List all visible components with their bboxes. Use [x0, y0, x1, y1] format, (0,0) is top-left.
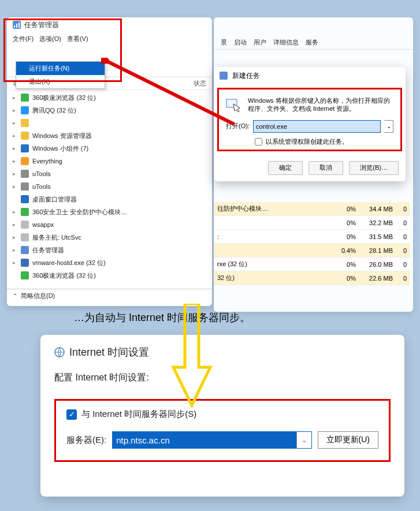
- server-row: 服务器(E): ⌄ 立即更新(U): [66, 431, 378, 449]
- open-dropdown-icon[interactable]: ⌄: [384, 120, 393, 133]
- tab-services-2[interactable]: 服务: [303, 36, 321, 49]
- internet-time-settings-dialog: Internet 时间设置 配置 Internet 时间设置: ✓ 与 Inte…: [40, 335, 404, 497]
- process-row[interactable]: ▸Everything: [7, 155, 212, 167]
- cell-cpu: 0%: [333, 275, 360, 282]
- table-row[interactable]: 0.4%28.1 MB0: [214, 244, 410, 258]
- svg-rect-4: [220, 72, 228, 80]
- process-row[interactable]: ▸360极速浏览器 (32 位): [7, 91, 212, 104]
- task-manager-title: 任务管理器: [24, 20, 59, 30]
- expand-icon[interactable]: ▸: [13, 247, 17, 253]
- open-field-row: 打开(O): ⌄: [226, 120, 393, 133]
- table-row[interactable]: 0%32.2 MB0: [214, 216, 410, 230]
- process-icon: [21, 246, 29, 254]
- table-row[interactable]: rxe (32 位)0%26.0 MB0: [214, 258, 410, 271]
- footer-brief-info[interactable]: 简略信息(D): [21, 292, 55, 300]
- sync-checkbox-label: 与 Internet 时间服务器同步(S): [81, 409, 196, 420]
- menu-item-exit[interactable]: 退出(X): [16, 75, 105, 88]
- process-row[interactable]: ▸Windows 小组件 (7): [7, 142, 212, 155]
- process-row[interactable]: 桌面窗口管理器: [7, 193, 212, 206]
- expand-icon[interactable]: ▸: [13, 107, 17, 113]
- menu-options[interactable]: 选项(O): [39, 35, 61, 43]
- process-row[interactable]: ▸Windows 资源管理器: [7, 129, 212, 142]
- process-row[interactable]: 360极速浏览器 (32 位): [7, 269, 212, 282]
- admin-checkbox[interactable]: [255, 138, 262, 146]
- expand-icon[interactable]: ▸: [13, 120, 17, 126]
- tab-users-2[interactable]: 用户: [251, 36, 269, 49]
- process-name: Windows 小组件 (7): [32, 144, 88, 153]
- process-icon: [21, 208, 29, 216]
- tab-partial-2[interactable]: 景: [218, 36, 229, 49]
- open-input[interactable]: [253, 120, 381, 133]
- expand-icon[interactable]: ▸: [13, 171, 17, 177]
- process-name: Everything: [32, 158, 62, 165]
- process-icon: [21, 221, 29, 229]
- cell-memory: 34.4 MB: [360, 206, 397, 212]
- table-row[interactable]: 32 位)0%22.6 MB0: [214, 271, 410, 285]
- update-now-button[interactable]: 立即更新(U): [318, 431, 378, 449]
- cell-cpu: 0%: [333, 233, 360, 240]
- expand-icon[interactable]: ▸: [13, 209, 17, 215]
- table-row[interactable]: 往防护中心模块…0%34.4 MB0: [214, 202, 410, 216]
- process-row[interactable]: ▸uTools: [7, 180, 212, 193]
- expand-icon[interactable]: ▸: [13, 184, 17, 189]
- process-row[interactable]: ▸uTools: [7, 167, 212, 180]
- run-icon: [226, 96, 242, 113]
- expand-icon[interactable]: ▸: [13, 158, 17, 164]
- table-row[interactable]: :0%31.5 MB0: [214, 230, 410, 244]
- process-icon: [21, 259, 29, 267]
- cell-last: 0: [397, 233, 410, 240]
- process-name: 360极速浏览器 (32 位): [32, 271, 96, 280]
- process-row[interactable]: ▸服务主机: UtcSvc: [7, 231, 212, 244]
- server-label: 服务器(E):: [66, 435, 106, 446]
- expand-icon[interactable]: ▸: [13, 222, 17, 227]
- column-status[interactable]: 状态: [194, 79, 206, 88]
- tab-details-2[interactable]: 详细信息: [271, 36, 301, 49]
- run-dialog-buttons: 确定 取消 浏览(B)…: [214, 155, 406, 181]
- cell-last: 0: [397, 247, 410, 254]
- process-row[interactable]: ▸腾讯QQ (32 位): [7, 104, 212, 117]
- process-name: 桌面窗口管理器: [32, 195, 77, 204]
- cell-last: 0: [397, 219, 410, 226]
- expand-icon[interactable]: ▸: [13, 95, 17, 100]
- tab-startup[interactable]: 启动: [232, 36, 249, 49]
- cell-memory: 26.0 MB: [360, 261, 397, 268]
- expand-icon[interactable]: ▸: [13, 260, 17, 266]
- right-process-table: 往防护中心模块…0%34.4 MB00%32.2 MB0:0%31.5 MB00…: [214, 202, 410, 285]
- server-combobox: ⌄: [112, 431, 311, 449]
- file-menu-dropdown: 运行新任务(N) 退出(X): [16, 61, 105, 89]
- cancel-button[interactable]: 取消: [309, 161, 343, 175]
- browse-button[interactable]: 浏览(B)…: [349, 161, 399, 175]
- ok-button[interactable]: 确定: [268, 161, 303, 175]
- cell-last: 0: [397, 275, 410, 282]
- run-new-task-dialog: 新建任务 Windows 将根据你所键入的名称，为你打开相应的程序、文件夹、文档…: [214, 67, 406, 181]
- server-input[interactable]: [113, 432, 296, 448]
- process-row[interactable]: ▸任务管理器: [7, 244, 212, 256]
- menu-view[interactable]: 查看(V): [67, 35, 88, 43]
- chevron-up-icon[interactable]: ⌃: [13, 293, 17, 299]
- process-icon: [21, 106, 29, 114]
- run-dialog-titlebar: 新建任务: [214, 67, 406, 84]
- menu-item-run-new-task[interactable]: 运行新任务(N): [16, 62, 105, 75]
- menu-file[interactable]: 文件(F): [13, 35, 34, 43]
- process-icon: [21, 119, 29, 127]
- cell-cpu: 0%: [333, 261, 360, 268]
- process-row[interactable]: ▸: [7, 117, 212, 129]
- open-label: 打开(O):: [226, 122, 250, 130]
- process-icon: [21, 157, 29, 165]
- process-icon: [21, 182, 29, 191]
- cell-name: rxe (32 位): [214, 260, 333, 268]
- process-row[interactable]: ▸wsappx: [7, 218, 212, 231]
- chevron-down-icon[interactable]: ⌄: [296, 432, 311, 448]
- cell-memory: 28.1 MB: [360, 247, 397, 254]
- process-name: uTools: [32, 170, 51, 177]
- caption-text: …为自动与 Internet 时间服务器同步。: [74, 311, 250, 324]
- svg-rect-3: [18, 23, 20, 28]
- sync-checkbox[interactable]: ✓: [66, 409, 77, 420]
- cell-name: :: [214, 233, 333, 240]
- expand-icon[interactable]: ▸: [13, 146, 17, 151]
- cell-last: 0: [397, 261, 410, 268]
- process-row[interactable]: ▸vmware-hostd.exe (32 位): [7, 256, 212, 269]
- expand-icon[interactable]: ▸: [13, 133, 17, 139]
- process-row[interactable]: ▸360安全卫士 安全防护中心模块…: [7, 206, 212, 218]
- expand-icon[interactable]: ▸: [13, 234, 17, 240]
